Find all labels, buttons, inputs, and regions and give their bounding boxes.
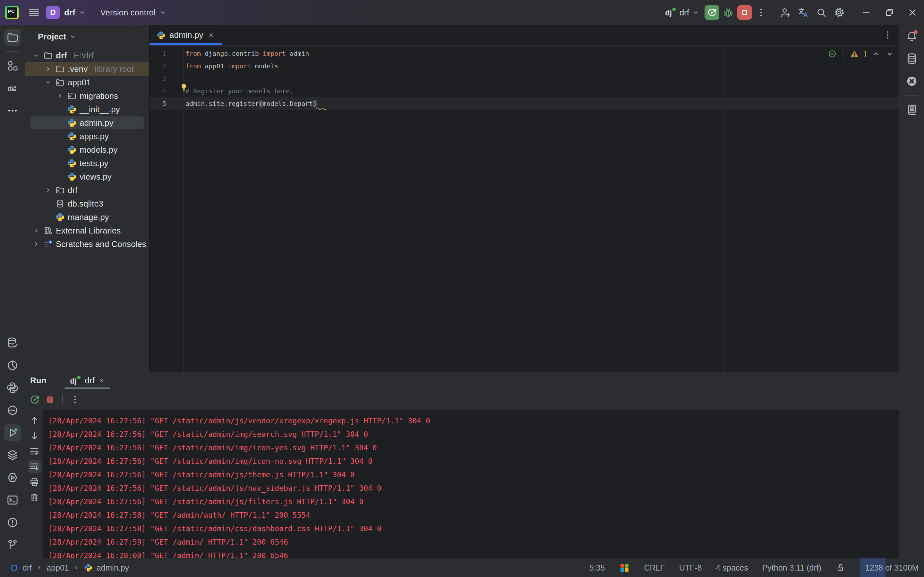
breadcrumb-app01[interactable]: app01 — [47, 563, 69, 572]
chevron-down-icon[interactable] — [44, 79, 52, 86]
line-separator[interactable]: CRLF — [644, 563, 665, 572]
tree-item-drf[interactable]: drfE:\drf — [25, 49, 149, 62]
more-options-icon[interactable] — [69, 393, 82, 406]
breadcrumb-admin-py[interactable]: admin.py — [97, 563, 129, 572]
rerun-icon[interactable] — [28, 393, 41, 406]
console-output[interactable]: [28/Apr/2024 16:27:56] "GET /static/admi… — [44, 410, 899, 558]
tab-options-icon[interactable] — [882, 29, 893, 40]
database-check-icon[interactable] — [4, 335, 21, 351]
run-config-selector[interactable]: dj drf — [664, 6, 700, 19]
next-warning-icon[interactable] — [885, 49, 895, 59]
tree-item-drf[interactable]: drf — [25, 184, 149, 197]
main-menu-burger-icon[interactable] — [27, 5, 41, 20]
memory-indicator[interactable]: 1238 of 3100M — [860, 558, 924, 577]
chevron-right-icon[interactable] — [44, 65, 52, 73]
notifications-icon[interactable] — [903, 28, 920, 45]
breadcrumb-separator-icon — [35, 564, 43, 571]
restore-button[interactable] — [878, 3, 901, 21]
tree-item-apps-py[interactable]: apps.py — [25, 130, 149, 143]
minimize-button[interactable] — [855, 3, 878, 21]
chevron-down-icon — [159, 8, 167, 17]
tab-admin-py[interactable]: admin.py — [150, 25, 222, 45]
search-everywhere-icon[interactable] — [814, 5, 829, 20]
chevron-down-icon[interactable] — [32, 52, 40, 59]
python-packages-icon[interactable] — [4, 379, 21, 396]
file-encoding[interactable]: UTF-8 — [679, 563, 702, 572]
python-interpreter[interactable]: Python 3.11 (drf) — [762, 563, 821, 572]
tree-item-manage-py[interactable]: manage.py — [25, 210, 149, 224]
editor-body[interactable]: 1from django.contrib import admin2from a… — [150, 45, 899, 372]
lock-icon[interactable] — [835, 562, 846, 573]
add-user-icon[interactable] — [778, 5, 793, 20]
windows-logo-icon[interactable] — [619, 562, 630, 573]
chevron-right-icon[interactable] — [44, 186, 52, 194]
caret-position[interactable]: 5:35 — [589, 563, 605, 572]
tree-item-views-py[interactable]: views.py — [25, 170, 149, 184]
code-line-4[interactable]: 4# Register your models here. — [150, 85, 899, 97]
inspection-widget[interactable]: 1 — [827, 49, 895, 59]
clear-icon[interactable] — [28, 491, 41, 504]
django-structure-icon[interactable]: di — [4, 80, 21, 97]
run-tab-drf[interactable]: dj drf — [64, 372, 111, 389]
project-folder-icon[interactable] — [4, 29, 21, 46]
close-tab-icon[interactable] — [207, 31, 215, 39]
arrow-up-icon[interactable] — [28, 414, 41, 427]
tree-item-tests-py[interactable]: tests.py — [25, 156, 149, 170]
project-avatar[interactable]: D — [46, 6, 60, 19]
code-area[interactable]: 1from django.contrib import admin2from a… — [150, 47, 899, 110]
close-run-tab-icon[interactable] — [98, 377, 106, 385]
tree-item-models-py[interactable]: models.py — [25, 143, 149, 156]
console-line: [28/Apr/2024 16:28:00] "GET /admin/ HTTP… — [48, 549, 899, 558]
run-play-icon[interactable] — [4, 424, 21, 441]
problems-icon[interactable] — [4, 514, 21, 531]
more-horizontal-icon[interactable] — [4, 102, 21, 119]
python-icon — [67, 145, 77, 155]
code-line-5[interactable]: 5admin.site.register(models.Depart) — [150, 97, 899, 110]
code-line-2[interactable]: 2from app01 import models — [150, 60, 899, 72]
prev-warning-icon[interactable] — [871, 49, 881, 59]
tree-item-db-sqlite3[interactable]: db.sqlite3 — [25, 197, 149, 210]
stop-icon[interactable] — [44, 393, 56, 406]
breadcrumbs[interactable]: drfapp01admin.py — [0, 563, 129, 572]
chevron-right-icon[interactable] — [32, 240, 40, 248]
structure-icon[interactable] — [4, 57, 21, 74]
breadcrumb-drf[interactable]: drf — [23, 563, 32, 572]
tree-item-migrations[interactable]: migrations — [25, 89, 149, 103]
code-line-1[interactable]: 1from django.contrib import admin — [150, 47, 899, 60]
arrow-down-icon[interactable] — [28, 429, 41, 442]
soft-wrap-icon[interactable] — [28, 445, 41, 458]
intention-bulb-icon[interactable] — [179, 83, 189, 92]
hexagon-play-icon[interactable] — [4, 469, 21, 486]
tree-item-app01[interactable]: app01 — [25, 76, 149, 89]
tree-item-scratches-and-consoles[interactable]: Scratches and Consoles — [25, 237, 149, 251]
translate-icon[interactable]: A — [796, 5, 811, 20]
code-line-3[interactable]: 3 — [150, 72, 899, 85]
python-console-icon[interactable] — [4, 402, 21, 419]
chevron-right-icon[interactable] — [32, 227, 40, 234]
documentation-icon[interactable] — [903, 101, 920, 118]
pie-chart-icon[interactable] — [4, 357, 21, 374]
project-switcher[interactable]: drf — [63, 8, 86, 18]
tree-item-admin-py[interactable]: admin.py — [25, 116, 149, 130]
warning-count: 1 — [863, 49, 868, 58]
tree-item-external-libraries[interactable]: External Libraries — [25, 224, 149, 237]
debug-button[interactable] — [721, 5, 736, 20]
rerun-button[interactable] — [705, 5, 719, 20]
print-icon[interactable] — [28, 475, 41, 488]
terminal-icon[interactable] — [4, 492, 21, 508]
services-icon[interactable] — [4, 447, 21, 463]
tree-item--init-py[interactable]: __init__.py — [25, 103, 149, 116]
close-button[interactable] — [901, 3, 924, 21]
stop-button[interactable] — [737, 5, 752, 20]
tree-item--venv[interactable]: .venvlibrary root — [25, 62, 149, 76]
indent-style[interactable]: 4 spaces — [716, 563, 748, 572]
git-branch-icon[interactable] — [4, 537, 21, 553]
more-actions-icon[interactable] — [754, 5, 768, 20]
chevron-right-icon[interactable] — [56, 92, 64, 100]
project-panel-header[interactable]: Project — [25, 25, 149, 48]
x-circle-icon[interactable] — [903, 73, 920, 89]
database-icon[interactable] — [903, 50, 920, 67]
settings-gear-icon[interactable] — [832, 5, 847, 20]
scroll-to-end-icon[interactable] — [28, 460, 41, 473]
vcs-menu[interactable]: Version control — [100, 8, 167, 18]
